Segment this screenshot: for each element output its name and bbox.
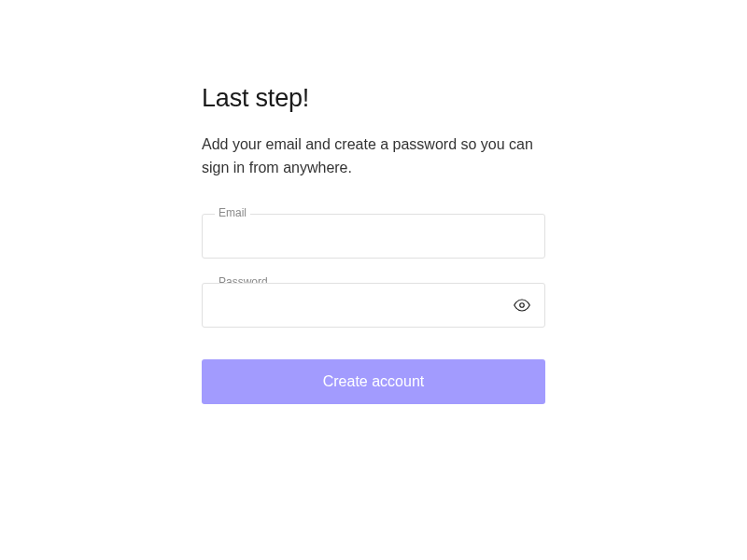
page-subtitle: Add your email and create a password so … bbox=[202, 133, 545, 180]
password-field[interactable] bbox=[202, 283, 545, 328]
signup-form: Last step! Add your email and create a p… bbox=[202, 84, 545, 560]
svg-point-0 bbox=[520, 302, 525, 307]
create-account-button[interactable]: Create account bbox=[202, 359, 545, 404]
toggle-password-visibility[interactable] bbox=[512, 295, 532, 315]
page-title: Last step! bbox=[202, 84, 545, 113]
eye-icon bbox=[514, 297, 530, 314]
email-field[interactable] bbox=[202, 214, 545, 259]
email-field-group: Email bbox=[202, 214, 545, 259]
password-field-group: Password bbox=[202, 283, 545, 328]
password-wrapper bbox=[202, 283, 545, 328]
email-label: Email bbox=[215, 206, 250, 219]
